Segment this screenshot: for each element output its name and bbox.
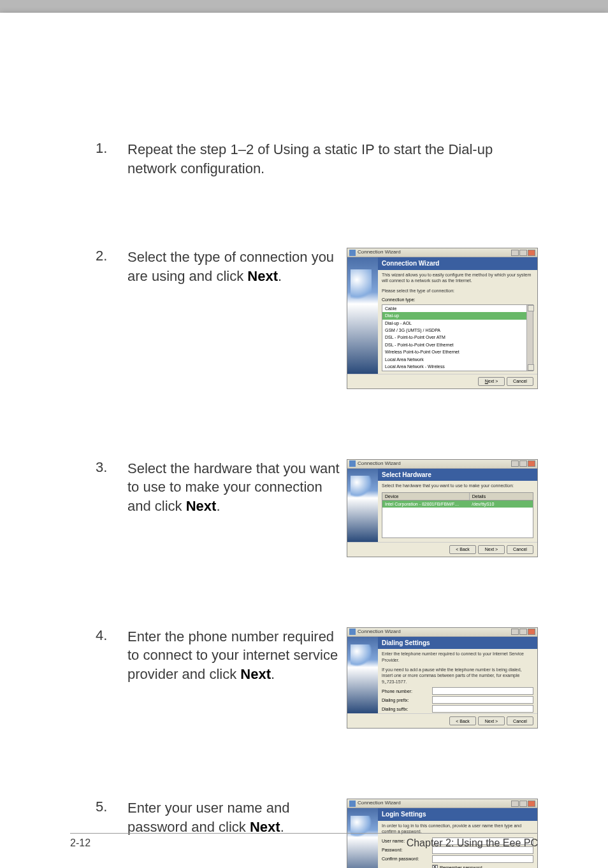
page-number: 2-12: [70, 837, 90, 849]
window-buttons: [511, 250, 535, 256]
list-item[interactable]: Cable: [382, 305, 533, 312]
cancel-button[interactable]: Cancel: [507, 716, 533, 725]
maximize-button[interactable]: [519, 800, 527, 807]
step-4: 4. Enter the phone number required to co…: [96, 627, 538, 729]
wizard-header: Dialing Settings: [378, 637, 537, 650]
window-titlebar: Connection Wizard: [347, 460, 537, 469]
wizard-intro: This wizard allows you to easily configu…: [378, 270, 537, 286]
select-hardware-dialog: Connection Wizard Select Hardware Select…: [347, 459, 538, 557]
maximize-button[interactable]: [519, 629, 527, 635]
list-item[interactable]: GSM / 3G (UMTS) / HSDPA: [382, 327, 533, 334]
maximize-button[interactable]: [519, 250, 527, 256]
app-icon: [349, 250, 356, 256]
list-item[interactable]: DSL - Point-to-Point Over ATM: [382, 334, 533, 341]
confirm-password-row: Confirm password:: [378, 855, 537, 864]
step-1: 1. Repeat the step 1–2 of Using a static…: [96, 140, 538, 178]
step-text: Enter your user name and password and cl…: [127, 799, 340, 836]
step-text: Select the hardware that you want to use…: [127, 459, 340, 516]
step-number: 2.: [96, 248, 127, 264]
back-button[interactable]: < Back: [449, 545, 476, 554]
confirm-password-label: Confirm password:: [382, 856, 430, 862]
window-title: Connection Wizard: [358, 249, 401, 256]
minimize-button[interactable]: [511, 460, 519, 467]
next-button[interactable]: Next >: [478, 716, 505, 725]
list-item[interactable]: Local Area Network - Wireless: [382, 363, 533, 370]
connection-type-label: Connection type:: [378, 295, 537, 302]
col-details: Details: [470, 493, 533, 500]
remember-password-label: Remember password: [440, 865, 482, 868]
step-2: 2. Select the type of connection you are…: [96, 248, 538, 388]
step-number: 1.: [96, 140, 127, 157]
wizard-header: Login Settings: [378, 808, 537, 821]
step-3: 3. Select the hardware that you want to …: [96, 459, 538, 557]
hardware-table-header: Device Details: [382, 492, 533, 500]
cell-device: Intel Corporation - 82801FB/FBM/F…: [382, 501, 469, 508]
step-number: 4.: [96, 627, 127, 644]
list-item[interactable]: Local Area Network: [382, 356, 533, 363]
cancel-button[interactable]: Cancel: [507, 377, 533, 386]
close-button[interactable]: [528, 460, 535, 467]
chapter-title: Chapter 2: Using the Eee PC: [407, 837, 538, 849]
phone-number-input[interactable]: [432, 687, 533, 695]
step-number: 5.: [96, 799, 127, 815]
window-title: Connection Wizard: [358, 629, 401, 636]
close-button[interactable]: [528, 629, 535, 635]
wizard-header: Select Hardware: [378, 469, 537, 481]
cancel-button[interactable]: Cancel: [507, 545, 533, 554]
dialing-suffix-label: Dialing suffix:: [382, 706, 430, 712]
wizard-sidebar-image: [347, 637, 378, 714]
wizard-hint: If you need to add a pause while the tel…: [378, 665, 537, 687]
connection-type-list[interactable]: Cable Dial-up Dial-up - AOL GSM / 3G (UM…: [382, 304, 533, 371]
list-item[interactable]: Wireless Point-to-Point Over Ethernet: [382, 348, 533, 355]
wizard-sidebar-image: [347, 257, 378, 373]
page: 1. Repeat the step 1–2 of Using a static…: [0, 13, 608, 868]
connection-wizard-dialog: Connection Wizard Connection Wizard This…: [347, 248, 538, 388]
window-buttons: [511, 800, 535, 807]
table-row[interactable]: Intel Corporation - 82801FB/FBM/F… /dev/…: [382, 501, 533, 508]
list-item[interactable]: DSL - Point-to-Point Over Ethernet: [382, 341, 533, 348]
steps-list: 1. Repeat the step 1–2 of Using a static…: [96, 140, 538, 868]
minimize-button[interactable]: [511, 629, 519, 635]
step-body: Repeat the step 1–2 of Using a static IP…: [127, 140, 538, 178]
list-item[interactable]: Dial-up - AOL: [382, 320, 533, 327]
page-footer: 2-12 Chapter 2: Using the Eee PC: [70, 833, 538, 849]
minimize-button[interactable]: [511, 800, 519, 807]
confirm-password-input[interactable]: [432, 855, 533, 863]
col-device: Device: [382, 493, 470, 500]
maximize-button[interactable]: [519, 460, 527, 467]
dialing-suffix-row: Dialing suffix:: [378, 704, 537, 713]
phone-number-row: Phone number:: [378, 687, 537, 695]
next-button[interactable]: Next >: [478, 377, 505, 386]
dialing-settings-dialog: Connection Wizard Dialing Settings Enter…: [347, 627, 538, 729]
dialing-prefix-row: Dialing prefix:: [378, 695, 537, 704]
app-icon: [349, 629, 356, 635]
window-title: Connection Wizard: [358, 800, 401, 807]
list-item[interactable]: Dial-up: [382, 312, 533, 319]
next-button[interactable]: Next >: [478, 545, 505, 554]
step-text: Repeat the step 1–2 of Using a static IP…: [127, 141, 493, 176]
app-icon: [349, 800, 356, 807]
wizard-intro: Select the hardware that you want to use…: [378, 481, 537, 490]
minimize-button[interactable]: [511, 250, 519, 256]
dialing-suffix-input[interactable]: [432, 705, 533, 713]
dialing-prefix-input[interactable]: [432, 696, 533, 704]
hardware-table[interactable]: Intel Corporation - 82801FB/FBM/F… /dev/…: [382, 500, 533, 538]
back-button[interactable]: < Back: [449, 716, 476, 725]
dialing-prefix-label: Dialing prefix:: [382, 697, 430, 703]
app-icon: [349, 460, 356, 467]
scrollbar[interactable]: [526, 305, 533, 371]
step-text: Select the type of connection you are us…: [127, 248, 340, 285]
wizard-header: Connection Wizard: [378, 257, 537, 270]
cell-details: /dev/ttyS10: [469, 501, 533, 508]
close-button[interactable]: [528, 800, 535, 807]
window-titlebar: Connection Wizard: [347, 799, 537, 808]
phone-number-label: Phone number:: [382, 688, 430, 694]
remember-password-checkbox[interactable]: ✕: [432, 865, 438, 868]
remember-password-row: ✕ Remember password: [378, 864, 537, 868]
step-number: 3.: [96, 459, 127, 476]
close-button[interactable]: [528, 250, 535, 256]
window-buttons: [511, 629, 535, 635]
window-title: Connection Wizard: [358, 460, 401, 467]
window-titlebar: Connection Wizard: [347, 248, 537, 257]
wizard-sidebar-image: [347, 469, 378, 542]
